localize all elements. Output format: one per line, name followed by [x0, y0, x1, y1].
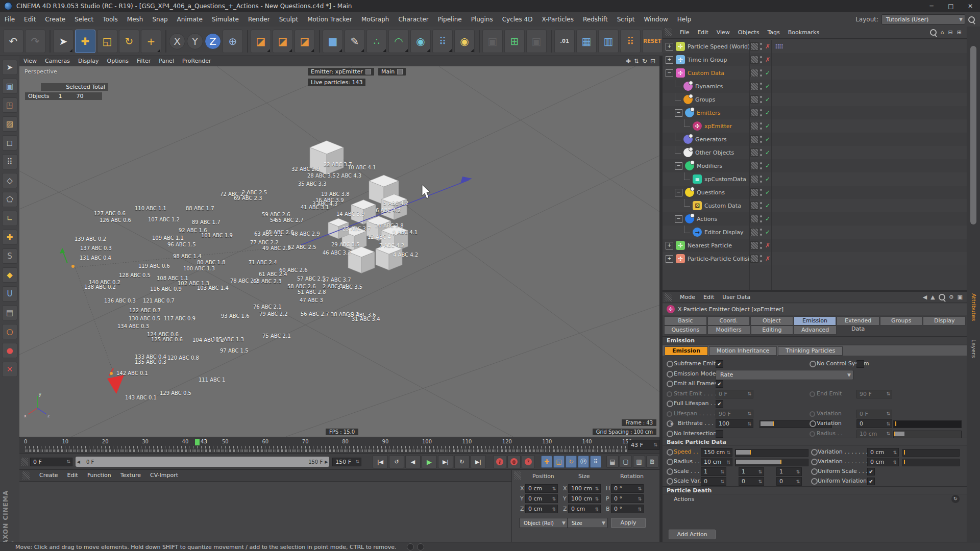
om-menu-view[interactable]: View: [713, 27, 734, 39]
menu-x-particles[interactable]: X-Particles: [537, 12, 578, 27]
subtab-motion-inheritance[interactable]: Motion Inheritance: [709, 346, 777, 356]
tab-advanced[interactable]: Advanced: [794, 325, 837, 335]
grip-handle[interactable]: [22, 471, 30, 480]
make-editable-icon[interactable]: ▣: [2, 79, 17, 94]
subtab-thinking-particles[interactable]: Thinking Particles: [778, 346, 843, 356]
polygons-mode-icon[interactable]: ⬠: [2, 192, 17, 207]
light-icon[interactable]: ◉: [454, 30, 475, 53]
magnet-icon[interactable]: U: [2, 286, 17, 302]
param-checkbox[interactable]: ✔: [716, 360, 723, 368]
am-menu-edit[interactable]: Edit: [699, 290, 718, 305]
visibility-dots[interactable]: [760, 69, 762, 77]
viewport-menu-panel[interactable]: Panel: [155, 56, 178, 66]
om-expand-icon[interactable]: ⊞: [957, 29, 962, 36]
paint-icon[interactable]: ◆: [2, 267, 17, 283]
expand-toggle[interactable]: +: [666, 255, 673, 263]
layout-dropdown[interactable]: Tutorials (User)▼: [881, 14, 965, 24]
record-keyframe-button[interactable]: ⚷: [493, 455, 506, 468]
projection-label[interactable]: Perspective: [24, 68, 57, 75]
object-row-time-in-group[interactable]: +✣Time in Group✗: [663, 53, 967, 66]
autokey-button[interactable]: ◎: [507, 455, 521, 468]
menu-snap[interactable]: Snap: [148, 12, 172, 27]
enabled-toggle[interactable]: ✓: [765, 162, 770, 169]
object-row-modifiers[interactable]: −Modifiers✓: [663, 159, 967, 172]
om-menu-tags[interactable]: Tags: [763, 27, 783, 39]
play-reverse-button[interactable]: ↺: [389, 455, 404, 468]
animation-dot[interactable]: [667, 478, 673, 485]
visibility-toggle[interactable]: [750, 162, 758, 170]
enabled-toggle[interactable]: ✓: [765, 149, 770, 156]
object-row-custom-data[interactable]: ⚄Custom Data✓: [663, 199, 967, 212]
disabled-tool2-icon[interactable]: ▣: [526, 30, 547, 53]
tab-extended-data[interactable]: Extended Data: [837, 316, 879, 325]
expand-toggle[interactable]: +: [666, 242, 673, 249]
param-slider[interactable]: [902, 449, 960, 457]
object-row-editor-display[interactable]: →Editor Display✓: [663, 226, 967, 239]
timeline-toggle-icon[interactable]: ▤: [606, 456, 619, 468]
timeline-menu-edit[interactable]: Edit: [63, 470, 83, 481]
frame-field[interactable]: 43 F⇅: [628, 440, 659, 450]
param-field[interactable]: 1⇅: [739, 467, 764, 476]
coords-field[interactable]: 0 cm⇅: [525, 505, 558, 513]
close-tool-icon[interactable]: ✕: [2, 362, 17, 377]
volume-icon[interactable]: ◉: [410, 30, 431, 53]
timeline-menu-function[interactable]: Function: [83, 470, 116, 481]
visibility-toggle[interactable]: [750, 82, 758, 90]
grip-handle[interactable]: [665, 293, 672, 302]
menu-pipeline[interactable]: Pipeline: [433, 12, 467, 27]
am-gear-icon[interactable]: ⚙: [949, 294, 954, 300]
tab-display[interactable]: Display: [923, 316, 966, 325]
object-row-questions[interactable]: −Questions✓: [663, 186, 967, 199]
enabled-toggle[interactable]: ✗: [765, 242, 770, 249]
param-checkbox[interactable]: [856, 360, 864, 368]
move-tool-icon[interactable]: ✚: [75, 30, 95, 53]
enabled-toggle[interactable]: ✓: [765, 109, 770, 116]
animation-dot[interactable]: [811, 478, 818, 485]
visibility-dots[interactable]: [760, 176, 762, 183]
grip-handle[interactable]: [21, 458, 28, 466]
timeline-menu-create[interactable]: Create: [35, 470, 63, 481]
animation-dot[interactable]: [810, 361, 816, 367]
axis-x-lock-icon[interactable]: X: [169, 33, 185, 49]
visibility-dots[interactable]: [760, 109, 762, 116]
menu-edit[interactable]: Edit: [19, 12, 40, 27]
enabled-toggle[interactable]: ✓: [765, 229, 770, 236]
add-action-button[interactable]: Add Action: [669, 530, 716, 539]
animation-dot[interactable]: [811, 459, 818, 465]
visibility-dots[interactable]: [760, 189, 762, 196]
timeline-menu-cv-import[interactable]: CV-Import: [145, 470, 183, 481]
array-icon[interactable]: ⠿: [432, 30, 453, 53]
visibility-dots[interactable]: [760, 56, 762, 63]
viewport-menu-filter[interactable]: Filter: [133, 56, 155, 66]
am-menu-mode[interactable]: Mode: [676, 290, 699, 305]
param-field[interactable]: 0 cm⇅: [867, 458, 899, 466]
dots-icon[interactable]: ⠿: [620, 30, 641, 53]
preview-range-slider[interactable]: ◀ 0 F 150 F ▶: [76, 457, 329, 467]
reset-psr-icon[interactable]: RESET: [642, 30, 663, 53]
xpresso-icon[interactable]: ⊞: [504, 30, 525, 53]
animation-dot[interactable]: [667, 468, 673, 475]
viewport-menu-cameras[interactable]: Cameras: [41, 56, 74, 66]
om-menu-objects[interactable]: Objects: [734, 27, 764, 39]
visibility-toggle[interactable]: [750, 255, 758, 263]
axis-z-lock-icon[interactable]: Z: [205, 33, 221, 49]
enabled-toggle[interactable]: ✓: [765, 189, 770, 196]
am-up-icon[interactable]: ▲: [930, 294, 935, 300]
viewport-menu-options[interactable]: Options: [103, 56, 133, 66]
coords-field[interactable]: 0 °⇅: [611, 505, 644, 513]
visibility-dots[interactable]: [760, 162, 762, 169]
coords-field[interactable]: 100 cm⇅: [568, 484, 601, 493]
close-button[interactable]: ✕: [961, 3, 980, 10]
visibility-toggle[interactable]: [750, 42, 758, 51]
animation-dot[interactable]: [667, 411, 672, 417]
texture-mode-icon[interactable]: ▨: [2, 116, 17, 132]
tab-basic[interactable]: Basic: [664, 316, 707, 325]
param-field[interactable]: 1⇅: [701, 467, 726, 476]
points-mode-icon[interactable]: ⠿: [2, 154, 17, 169]
spline-pen-icon[interactable]: ✎: [345, 30, 365, 53]
grip-handle[interactable]: [514, 471, 521, 480]
enabled-toggle[interactable]: ✓: [765, 176, 770, 183]
om-menu-bookmarks[interactable]: Bookmarks: [784, 27, 823, 39]
live-selection-icon[interactable]: ➤: [53, 30, 74, 53]
viewport-toggle-icon[interactable]: ⊡: [650, 58, 655, 65]
